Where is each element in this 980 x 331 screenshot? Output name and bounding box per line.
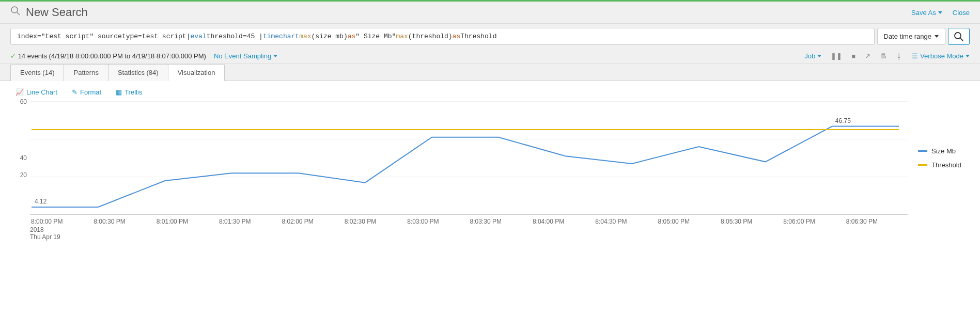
x-tick: 8:06:30 PM (845, 218, 908, 225)
chart-type-button[interactable]: 📈Line Chart (15, 88, 57, 96)
page-title: New Search (26, 6, 88, 19)
status-summary: ✓ 14 events (4/19/18 8:00:00.000 PM to 4… (10, 52, 206, 60)
save-as-button[interactable]: Save As (911, 9, 942, 17)
plot-area[interactable]: 4.1246.75 (30, 101, 908, 215)
tab-visualization[interactable]: Visualization (168, 64, 225, 81)
svg-point-2 (955, 33, 961, 39)
legend: Size Mb Threshold (908, 101, 965, 215)
trellis-button[interactable]: ▦Trellis (116, 88, 142, 96)
time-range-picker[interactable]: Date time range (877, 28, 946, 45)
search-icon (10, 6, 21, 19)
sampling-dropdown[interactable]: No Event Sampling (214, 52, 277, 60)
x-tick: 8:04:30 PM (594, 218, 657, 225)
chart-lines (30, 101, 908, 214)
x-tick: 8:02:00 PM (281, 218, 343, 225)
y-axis: 60 40 20 (15, 101, 30, 215)
pencil-icon: ✎ (72, 88, 77, 96)
svg-line-1 (17, 12, 20, 15)
download-icon[interactable]: ⭳ (896, 52, 903, 60)
format-button[interactable]: ✎Format (72, 88, 101, 96)
data-label: 4.12 (35, 198, 46, 205)
x-tick: 8:00:00 PM (30, 218, 92, 225)
data-label: 46.75 (835, 117, 851, 124)
chevron-down-icon (935, 35, 939, 38)
print-icon[interactable]: 🖶 (880, 52, 886, 60)
search-bar-row: index="test_script" sourcetype=test_scri… (0, 24, 980, 49)
chevron-down-icon (273, 55, 277, 57)
check-icon: ✓ (10, 52, 16, 60)
job-dropdown[interactable]: Job (804, 52, 821, 60)
legend-item-size[interactable]: Size Mb (918, 147, 965, 155)
close-button[interactable]: Close (953, 9, 970, 17)
chevron-down-icon (938, 11, 942, 14)
x-tick: 8:05:30 PM (720, 218, 782, 225)
x-tick: 8:06:00 PM (782, 218, 845, 225)
stop-icon[interactable]: ■ (851, 52, 855, 60)
tab-events[interactable]: Events (14) (10, 64, 64, 81)
y-tick: 20 (20, 171, 27, 179)
tab-statistics[interactable]: Statistics (84) (108, 64, 168, 81)
x-axis: 8:00:00 PM8:00:30 PM8:01:00 PM8:01:30 PM… (30, 218, 908, 225)
x-tick: 8:04:00 PM (532, 218, 594, 225)
spl-input[interactable]: index="test_script" sourcetype=test_scri… (10, 28, 875, 45)
tabs: Events (14) Patterns Statistics (84) Vis… (0, 64, 980, 81)
header: New Search Save As Close (0, 2, 980, 24)
x-tick: 8:01:30 PM (218, 218, 281, 225)
search-icon (954, 31, 964, 42)
pause-icon[interactable]: ❚❚ (831, 52, 842, 60)
line-chart-icon: 📈 (15, 88, 24, 96)
chart: 60 40 20 4.1246.75 Size Mb Threshold 8:0… (0, 101, 980, 256)
x-tick: 8:03:00 PM (406, 218, 469, 225)
share-icon[interactable]: ↗ (865, 52, 870, 60)
chevron-down-icon (966, 55, 970, 57)
grid-icon: ▦ (116, 88, 122, 96)
x-tick: 8:02:30 PM (344, 218, 406, 225)
search-mode-dropdown[interactable]: ☰ Verbose Mode (912, 52, 970, 60)
x-tick: 8:03:30 PM (469, 218, 532, 225)
list-icon: ☰ (912, 52, 918, 60)
x-tick: 8:00:30 PM (92, 218, 155, 225)
status-bar: ✓ 14 events (4/19/18 8:00:00.000 PM to 4… (0, 49, 980, 64)
run-search-button[interactable] (948, 28, 970, 45)
y-tick: 40 (20, 154, 27, 162)
svg-point-0 (11, 7, 18, 13)
page-title-wrap: New Search (10, 6, 911, 19)
x-tick: 8:05:00 PM (657, 218, 720, 225)
header-actions: Save As Close (911, 9, 970, 17)
visualization-toolbar: 📈Line Chart ✎Format ▦Trellis (0, 81, 980, 101)
chevron-down-icon (817, 55, 821, 57)
y-tick: 60 (20, 98, 27, 105)
x-tick: 8:01:00 PM (155, 218, 218, 225)
tab-patterns[interactable]: Patterns (64, 64, 108, 81)
svg-line-3 (960, 38, 963, 41)
legend-item-threshold[interactable]: Threshold (918, 161, 965, 169)
x-axis-sub: 2018 Thu Apr 19 (30, 226, 965, 241)
